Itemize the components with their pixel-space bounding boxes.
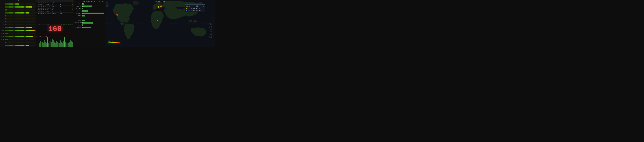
heatmap-cell [11,27,12,28]
heatmap-cell [10,24,11,25]
heatmap-cell [22,18,23,19]
heatmap-cell [21,45,22,46]
heatmap-cell [27,30,28,31]
nation-bar: 227 [82,12,104,14]
heatmap-cell [21,15,22,16]
accessed-domains-panel: Accessed Domains ↓ No Domain calledto.de… [0,0,36,47]
heatmap-cell [30,42,31,43]
heatmap-cell [32,30,33,31]
heatmap-cell [36,21,36,22]
heatmap-cell [15,18,16,19]
heatmap-cell [9,42,10,43]
heatmap-cell [10,42,11,43]
table-row[interactable]: 2022-11-22 17:55:41.548 178.1... 86 42 [36,6,74,7]
heatmap-cell [29,6,30,7]
heatmap-cell [31,30,32,31]
heatmap-cell [11,3,12,4]
heatmap-cell [32,6,33,7]
heatmap-cell [18,12,19,13]
zoom-in-button[interactable]: + [106,2,108,4]
table-row[interactable]: 2022-11-22 17:55:41.548 78... 8 37 [36,9,74,11]
table-row[interactable]: 2022-11-22 17:55:41.548 51.1... 63 37 [36,11,74,12]
heatmap-cell [18,15,19,16]
heatmap-cell [6,18,7,19]
heatmap-cell [14,21,14,22]
nation-bar: 61 [82,10,88,12]
td-ip: 175.1... [52,13,59,14]
heatmap-cell [20,33,21,34]
heatmap-cell [5,6,6,7]
heatmap-cell [15,45,16,46]
chart-bar [44,40,45,47]
heatmap-row [5,27,36,28]
heatmap-cell [24,18,26,19]
td-v2: 87 [68,2,73,3]
heatmap-cell [8,39,9,40]
y-label-70: 70 [37,40,39,41]
heatmap-cell [32,42,33,43]
td-v1: 10 [60,4,67,5]
table-row[interactable]: 2022-11-22 17:55:41.548 84.1... 10 88 [36,4,74,6]
heatmap-cell [34,12,36,13]
heatmap-cell [21,27,22,28]
table-row[interactable]: 2022-11-22 17:55:41.548 216.2... 91 87 [36,2,74,4]
heatmap-cell [22,12,23,13]
heatmap-cell [27,6,28,7]
map-panel: Map Overview + − [105,0,215,47]
heatmap-cell [10,12,11,13]
popup-close-button[interactable]: ✕ [203,6,204,7]
heatmap-cell [27,36,28,37]
nation-label: Netherlands [74,22,82,23]
accessed-domains-title: Accessed Domains ↓ [0,0,36,2]
heatmap-cell [21,18,22,19]
heatmap-row [5,30,36,31]
heatmap-cell [33,30,34,31]
heatmap-cell [21,42,22,43]
heatmap-row [5,42,36,43]
heatmap-cell [19,21,20,22]
heatmap-cell [16,12,17,13]
heatmap-cell [9,3,10,4]
heatmap-row [5,15,36,16]
heatmap-cell [20,6,21,7]
table-header: Time IP count ♦ [36,0,74,2]
heatmap-cell [31,9,32,10]
heatmap-cell [20,9,21,10]
heatmap-cell [27,3,28,4]
heatmap-cell [36,3,36,4]
heatmap-cell [31,42,32,43]
heatmap-cell [12,27,13,28]
heatmap-cell [19,9,20,10]
heatmap-cell [17,12,18,13]
heatmap-cell [18,42,19,43]
zoom-out-button[interactable]: − [106,4,108,7]
heatmap-cell [19,24,20,25]
heatmap-cell [30,45,31,46]
heatmap-cell [26,30,26,31]
heatmap-cell [29,15,30,16]
heatmap-cell [19,3,20,4]
chart-bar [54,42,55,47]
heatmap-cell [7,27,8,28]
table-row[interactable]: 2022-11-22 17:55:41.548 37... 0 41 [36,7,74,9]
heatmap-row [5,3,36,5]
nation-value: 227 [82,13,84,14]
heatmap-cell [30,27,31,28]
heatmap-cell [33,36,34,37]
heatmap-cell [14,33,14,34]
td-v2: 41 [68,7,73,9]
heatmap-cell [7,30,8,31]
heatmap-cell [22,21,23,22]
heatmap-cell [5,36,6,37]
heatmap-cell [26,24,26,25]
chart-bar [50,41,50,47]
heatmap-cell [32,39,33,40]
heatmap-row-label: to.de [0,33,4,34]
heatmap-cell [6,45,7,46]
heatmap-cell [7,33,8,34]
conga-watermark: ConGA [208,22,214,38]
chart-bar [69,42,70,47]
table-row[interactable]: 2022-11-22 17:55:41.548 175.1... 154 37 [36,12,74,14]
heatmap-cell [17,15,18,16]
nation-bar-row: Austria 110 [74,5,104,7]
